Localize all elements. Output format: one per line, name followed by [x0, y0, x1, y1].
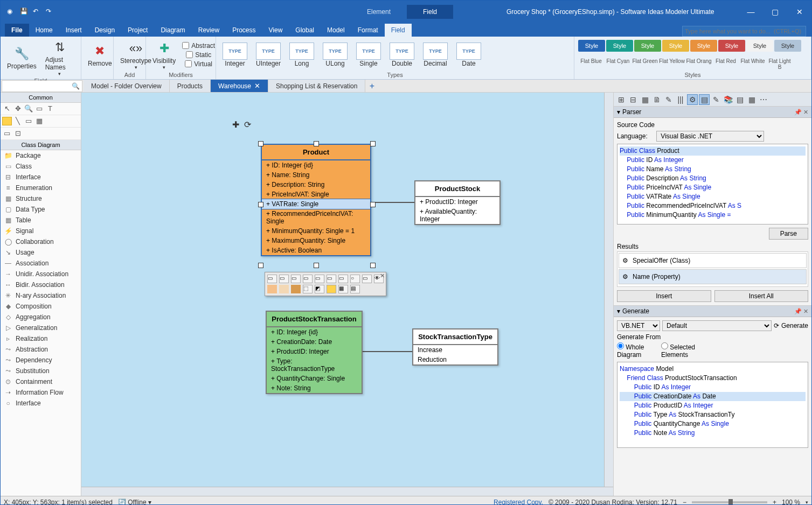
swatch-icon[interactable]: [279, 285, 289, 293]
attr[interactable]: + QuantityChange: Single: [267, 374, 362, 383]
style-flat-cyan[interactable]: Style: [606, 40, 633, 52]
doc-tab[interactable]: Warehouse✕: [211, 80, 268, 92]
static-checkbox[interactable]: Static: [181, 51, 216, 59]
toolbox-substitution[interactable]: ⤳Substitution: [1, 366, 81, 376]
tb-icon[interactable]: ⬚: [303, 285, 313, 293]
ribbon-search-input[interactable]: [682, 26, 806, 37]
ts-icon[interactable]: |||: [675, 94, 686, 105]
horizontal-scrollbar[interactable]: [81, 487, 613, 496]
maximize-button[interactable]: ▢: [763, 4, 787, 20]
style-flat-light-b[interactable]: Style: [774, 40, 801, 52]
tab-view[interactable]: View: [262, 24, 289, 37]
tb-icon[interactable]: ▭: [362, 275, 372, 283]
toolbox-structure[interactable]: ▦Structure: [1, 193, 81, 204]
pin-icon[interactable]: 📌 ✕: [794, 109, 808, 116]
tb-icon[interactable]: ○: [350, 275, 360, 283]
pointer-icon[interactable]: ↖: [2, 104, 12, 113]
attr[interactable]: + IsActive: Boolean: [262, 246, 370, 255]
ts-icon[interactable]: 📚: [723, 94, 733, 105]
tab-process[interactable]: Process: [226, 24, 262, 37]
attr[interactable]: + ID: Integer {id}: [267, 327, 362, 337]
attr[interactable]: + AvailableQuantity: Integer: [415, 207, 499, 224]
style-flat-orang[interactable]: Style: [690, 40, 717, 52]
attr[interactable]: + CreationDate: Date: [267, 337, 362, 347]
visibility-button[interactable]: ✚Visibility▾: [149, 39, 179, 71]
tb-icon[interactable]: ▭: [303, 275, 313, 283]
note-icon[interactable]: [2, 117, 12, 125]
type-uinteger[interactable]: TYPEUInteger: [253, 41, 284, 68]
attr[interactable]: Reduction: [413, 355, 497, 364]
tb-icon[interactable]: ▭: [267, 275, 277, 283]
attr[interactable]: + ProductID: Integer: [267, 347, 362, 356]
tb-icon[interactable]: ▭: [327, 275, 336, 283]
toolbox-signal[interactable]: ⚡Signal: [1, 226, 81, 236]
vertical-scrollbar[interactable]: [604, 93, 613, 496]
style-flat-blue[interactable]: Style: [578, 40, 605, 52]
result-item[interactable]: ⚙SpecialOffer (Class): [619, 253, 807, 268]
ts-icon[interactable]: ▦: [746, 94, 757, 105]
type-long[interactable]: TYPELong: [286, 41, 317, 68]
toolbox-n-ary-association[interactable]: ✳N-ary Association: [1, 290, 81, 301]
rect-icon[interactable]: ▭: [24, 117, 33, 125]
context-tab-field[interactable]: Field: [407, 5, 453, 19]
whole-diagram-radio[interactable]: Whole Diagram: [617, 342, 655, 359]
tab-project[interactable]: Project: [121, 24, 154, 37]
toolbox-abstraction[interactable]: ⤳Abstraction: [1, 344, 81, 355]
collapse-icon[interactable]: ▾: [617, 108, 620, 116]
move-icon[interactable]: ✥: [13, 104, 23, 113]
doc-tab[interactable]: Products: [170, 80, 211, 92]
tab-design[interactable]: Design: [88, 24, 121, 37]
generate-header[interactable]: ▾ Generate 📌 ✕: [614, 306, 811, 317]
insert-all-button[interactable]: Insert All: [714, 290, 809, 302]
ts-icon[interactable]: ⊟: [628, 94, 639, 105]
attr[interactable]: + MaximumQuantity: Single: [262, 236, 370, 246]
toolbox-realization[interactable]: ▹Realization: [1, 333, 81, 344]
toolbox-dependency[interactable]: ⤳Dependency: [1, 355, 81, 366]
tab-field[interactable]: Field: [385, 24, 412, 37]
tb-icon[interactable]: ▦: [338, 285, 348, 293]
toolbox-collaboration[interactable]: ◯Collaboration: [1, 236, 81, 247]
swatch-icon[interactable]: [291, 285, 301, 293]
attr[interactable]: + Note: String: [267, 383, 362, 393]
insert-button[interactable]: Insert: [617, 290, 711, 302]
style-flat-red[interactable]: Style: [718, 40, 745, 52]
toolbox-composition[interactable]: ◆Composition: [1, 301, 81, 312]
toolbox-class[interactable]: ▭Class: [1, 161, 81, 172]
zoom-value[interactable]: 100 %: [782, 499, 800, 506]
toolbox-containment[interactable]: ⊙Containment: [1, 376, 81, 387]
adjust-names-button[interactable]: ⇅Adjust Names▾: [42, 38, 78, 78]
tab-close-icon[interactable]: ✕: [254, 82, 260, 90]
attr[interactable]: Increase: [413, 345, 497, 355]
toolbox-bidir--association[interactable]: ↔Bidir. Association: [1, 279, 81, 290]
add-handle-icon[interactable]: ✚: [232, 120, 239, 130]
refresh-icon[interactable]: ⟳: [774, 322, 779, 329]
attr[interactable]: + ID: Integer {id}: [262, 160, 370, 170]
collapse-icon[interactable]: ▾: [617, 307, 620, 315]
attr[interactable]: + Description: String: [262, 180, 370, 190]
class-product[interactable]: Product + ID: Integer {id}+ Name: String…: [261, 144, 371, 256]
tab-format[interactable]: Format: [351, 24, 385, 37]
zoom-slider[interactable]: [692, 501, 767, 503]
left-search-box[interactable]: 🔍: [2, 80, 82, 92]
virtual-checkbox[interactable]: Virtual: [181, 60, 216, 68]
toolbox-unidir--association[interactable]: →Unidir. Association: [1, 269, 81, 279]
attr[interactable]: + ProductID: Integer: [415, 197, 499, 207]
toolbox-aggregation[interactable]: ◇Aggregation: [1, 312, 81, 322]
ts-icon[interactable]: ⊞: [616, 94, 627, 105]
swatch-icon[interactable]: [267, 285, 277, 293]
toolbox-interface[interactable]: ○Interface: [1, 398, 81, 409]
generate-button[interactable]: Generate: [781, 322, 808, 329]
gen-template-select[interactable]: Default: [662, 320, 772, 331]
class-stt[interactable]: StockTransactionType Increase Reduction: [412, 328, 498, 366]
save-icon[interactable]: 💾: [20, 8, 29, 16]
toolbox-enumeration[interactable]: ≡Enumeration: [1, 183, 81, 193]
abstract-checkbox[interactable]: Abstract: [181, 41, 216, 50]
pan-icon[interactable]: ▭: [34, 104, 44, 113]
tb-icon[interactable]: ◩: [315, 285, 324, 293]
ts-icon[interactable]: ✎: [711, 94, 721, 105]
tb-icon[interactable]: ▤: [350, 285, 360, 293]
connector-icon[interactable]: ╲: [13, 117, 23, 125]
ts-icon[interactable]: 🗎: [651, 94, 662, 105]
minimize-button[interactable]: —: [739, 4, 763, 20]
toolbox-table[interactable]: ▦Table: [1, 215, 81, 226]
